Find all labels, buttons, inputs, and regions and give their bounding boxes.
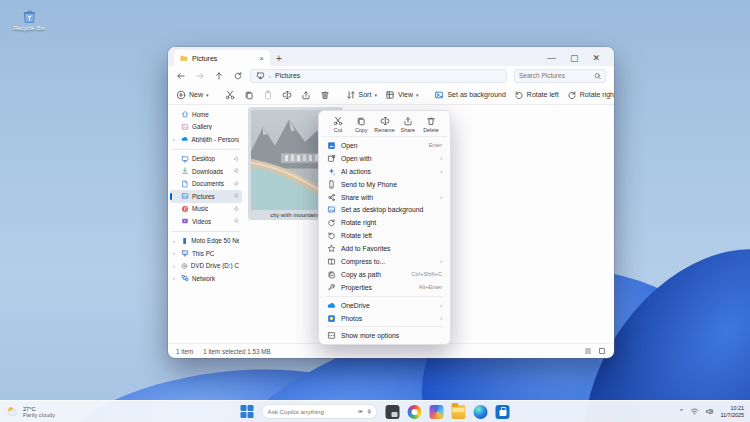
sidebar-item-onedrive[interactable]: › Abhijith - Personal (170, 133, 242, 146)
list-view-toggle-icon[interactable] (584, 347, 592, 355)
forward-icon[interactable] (195, 71, 205, 81)
expand-chevron-icon[interactable]: › (173, 263, 178, 269)
menu-item-open[interactable]: Open Enter (322, 139, 447, 152)
refresh-icon[interactable] (233, 71, 243, 81)
weather-condition: Partly cloudy (23, 412, 55, 418)
sidebar-item-documents[interactable]: Documents (170, 178, 242, 191)
copilot-search-input[interactable] (268, 408, 355, 415)
copy-icon[interactable] (244, 90, 254, 100)
quick-action-label: Copy (355, 127, 368, 133)
tab-strip: Pictures × + — ▢ ✕ (168, 47, 614, 66)
minimize-button[interactable]: — (547, 53, 556, 63)
paste-icon[interactable] (263, 90, 273, 100)
hidden-icons-chevron[interactable]: ⌃ (679, 408, 685, 416)
menu-item-compress-to[interactable]: Compress to... › (322, 255, 447, 268)
start-button[interactable] (241, 405, 254, 418)
clock-time: 10:21 (720, 405, 744, 412)
menu-item-label: OneDrive (341, 302, 370, 309)
sidebar-item-downloads[interactable]: Downloads (170, 165, 242, 178)
maximize-button[interactable]: ▢ (570, 53, 579, 63)
sidebar-item-label: Downloads (192, 168, 223, 175)
sidebar-item-phone[interactable]: › Moto Edge 50 Neo (170, 235, 242, 248)
sidebar-item-pictures[interactable]: Pictures (170, 190, 242, 203)
sidebar-item-label: Videos (192, 218, 211, 225)
sidebar-item-home[interactable]: Home (170, 108, 242, 121)
rotate-left-button[interactable]: Rotate left (514, 90, 559, 100)
menu-item-properties[interactable]: Properties Alt+Enter (322, 281, 447, 294)
menu-item-add-to-favorites[interactable]: Add to Favorites (322, 242, 447, 255)
quick-action-label: Rename (374, 127, 394, 133)
documents-icon (181, 180, 189, 188)
network-wifi-icon[interactable] (690, 407, 699, 416)
delete-icon[interactable] (320, 90, 330, 100)
microphone-icon[interactable] (366, 407, 372, 416)
file-explorer-icon[interactable] (452, 405, 466, 419)
paint-app-icon[interactable] (430, 405, 444, 419)
share-icon (403, 116, 413, 126)
star-icon (327, 244, 336, 253)
expand-chevron-icon[interactable]: › (173, 238, 178, 244)
breadcrumb[interactable]: › Pictures (250, 69, 507, 83)
thumbnail-view-toggle-icon[interactable] (598, 347, 606, 355)
up-icon[interactable] (214, 71, 224, 81)
share-button[interactable]: Share (398, 116, 418, 133)
menu-separator (326, 296, 443, 297)
recycle-bin-shortcut[interactable]: Recycle Bin (8, 8, 50, 31)
taskview-icon[interactable] (386, 405, 400, 419)
menu-item-copy-as-path[interactable]: Copy as path Ctrl+Shift+C (322, 268, 447, 281)
speaker-icon[interactable] (705, 407, 714, 416)
menu-item-send-to-phone[interactable]: Send to My Phone (322, 178, 447, 191)
tab-close-icon[interactable]: × (259, 54, 264, 63)
menu-item-rotate-right[interactable]: Rotate right (322, 216, 447, 229)
menu-item-open-with[interactable]: Open with › (322, 152, 447, 165)
sidebar-item-gallery[interactable]: Gallery (170, 121, 242, 134)
sidebar-item-videos[interactable]: Videos (170, 215, 242, 228)
rotate-right-button[interactable]: Rotate right (567, 90, 614, 100)
photos-app-icon[interactable] (408, 405, 422, 419)
menu-item-onedrive[interactable]: OneDrive › (322, 299, 447, 312)
menu-item-show-more-options[interactable]: Show more options (322, 329, 447, 342)
delete-button[interactable]: Delete (421, 116, 441, 133)
system-tray: ⌃ 10:21 11/7/2025 (679, 405, 744, 419)
sort-button[interactable]: Sort▾ (346, 90, 377, 100)
expand-chevron-icon[interactable]: › (173, 250, 178, 256)
share-icon[interactable] (301, 90, 311, 100)
sidebar-item-network[interactable]: › Network (170, 272, 242, 285)
rename-button[interactable]: Rename (375, 116, 395, 133)
new-button[interactable]: New▾ (176, 90, 209, 100)
rotate-left-icon (514, 90, 524, 100)
menu-item-label: Send to My Phone (341, 181, 397, 188)
command-bar: New▾ Sort▾ View▾ S (168, 85, 614, 105)
microsoft-store-icon[interactable] (496, 405, 510, 419)
sidebar-item-this-pc[interactable]: › This PC (170, 247, 242, 260)
cut-button[interactable]: Cut (328, 116, 348, 133)
sidebar-item-label: This PC (192, 250, 214, 257)
new-tab-button[interactable]: + (276, 53, 282, 66)
sidebar-item-desktop[interactable]: Desktop (170, 153, 242, 166)
set-as-background-button[interactable]: Set as background (434, 90, 505, 100)
expand-chevron-icon[interactable]: › (173, 136, 178, 142)
search-box[interactable] (514, 69, 606, 83)
menu-item-share-with[interactable]: Share with › (322, 191, 447, 204)
sidebar-item-music[interactable]: Music (170, 203, 242, 216)
back-icon[interactable] (176, 71, 186, 81)
sidebar-item-dvd-drive[interactable]: › DVD Drive (D:) CCC (170, 260, 242, 273)
close-button[interactable]: ✕ (592, 53, 600, 63)
menu-item-photos[interactable]: Photos › (322, 312, 447, 325)
menu-item-rotate-left[interactable]: Rotate left (322, 229, 447, 242)
edge-browser-icon[interactable] (474, 405, 488, 419)
this-pc-icon (256, 71, 265, 80)
tab-pictures[interactable]: Pictures × (174, 50, 270, 66)
menu-item-ai-actions[interactable]: AI actions › (322, 165, 447, 178)
taskbar-clock[interactable]: 10:21 11/7/2025 (720, 405, 744, 419)
rename-icon[interactable] (282, 90, 292, 100)
copilot-search-box[interactable] (262, 404, 378, 419)
menu-item-set-as-desktop-background[interactable]: Set as desktop background (322, 203, 447, 216)
view-button[interactable]: View▾ (385, 90, 419, 100)
cut-icon[interactable] (225, 90, 235, 100)
copy-button[interactable]: Copy (351, 116, 371, 133)
weather-widget[interactable]: 27°C Partly cloudy (6, 405, 176, 418)
photos-app-icon (327, 314, 336, 323)
expand-chevron-icon[interactable]: › (173, 275, 178, 281)
search-input[interactable] (519, 72, 594, 79)
